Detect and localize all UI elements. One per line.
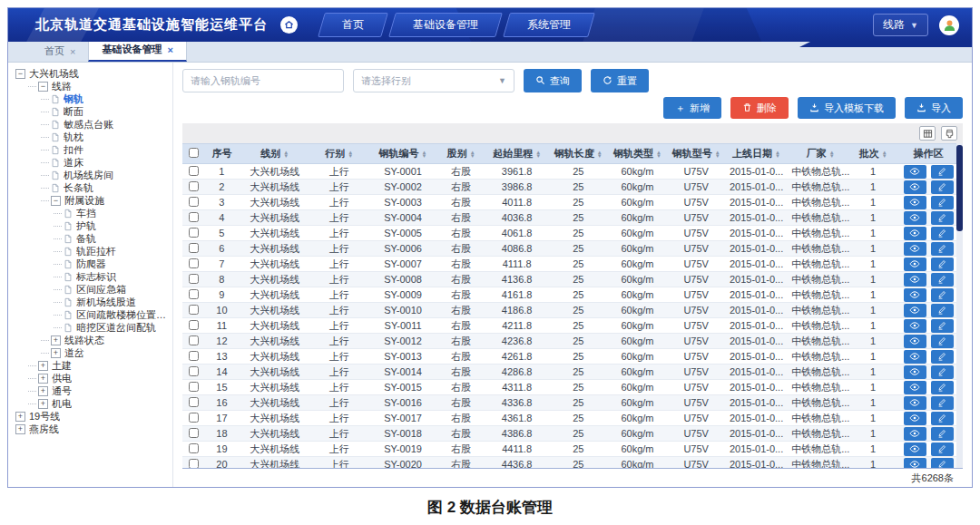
row-checkbox[interactable] (189, 351, 199, 361)
column-header-起始里程[interactable]: 起始里程▲▼ (484, 144, 550, 164)
sidebar-item[interactable]: 敏感点台账 (15, 118, 172, 131)
view-button[interactable] (904, 350, 926, 364)
view-button[interactable] (904, 442, 926, 456)
row-checkbox[interactable] (189, 181, 199, 191)
edit-button[interactable] (931, 427, 954, 441)
sidebar-item[interactable]: +19号线 (15, 410, 172, 423)
view-button[interactable] (904, 258, 926, 271)
view-button[interactable] (904, 427, 926, 441)
view-button[interactable] (904, 165, 926, 179)
edit-button[interactable] (931, 196, 954, 209)
row-checkbox[interactable] (189, 258, 199, 268)
home-icon[interactable] (280, 16, 298, 34)
sidebar-item[interactable]: +土建 (15, 359, 172, 372)
row-checkbox[interactable] (189, 197, 199, 207)
nav-item-basic-equipment[interactable]: 基础设备管理 (388, 13, 503, 37)
reset-button[interactable]: 重置 (591, 69, 649, 92)
row-checkbox[interactable] (189, 366, 199, 376)
edit-button[interactable] (931, 458, 954, 469)
sidebar-item[interactable]: 长条轨 (15, 181, 172, 194)
expand-node-icon[interactable]: + (15, 424, 25, 434)
collapse-node-icon[interactable]: − (51, 196, 61, 206)
row-checkbox[interactable] (189, 413, 199, 423)
edit-button[interactable] (931, 365, 954, 379)
row-checkbox[interactable] (189, 320, 199, 330)
row-checkbox[interactable] (189, 397, 199, 407)
sidebar-item[interactable]: +机电 (15, 397, 172, 410)
sort-icon[interactable]: ▲▼ (470, 151, 475, 158)
sort-icon[interactable]: ▲▼ (656, 151, 662, 158)
sidebar-item[interactable]: +通号 (15, 384, 172, 397)
expand-node-icon[interactable]: + (38, 374, 48, 384)
edit-button[interactable] (931, 335, 954, 348)
view-button[interactable] (904, 335, 926, 348)
row-checkbox[interactable] (189, 228, 199, 238)
view-button[interactable] (904, 458, 926, 469)
sidebar-item[interactable]: −大兴机场线 (15, 67, 172, 80)
sort-icon[interactable]: ▲▼ (829, 151, 835, 158)
sidebar-item[interactable]: +供电 (15, 372, 172, 384)
view-button[interactable] (904, 227, 926, 240)
line-selector-dropdown[interactable]: 线路 ▼ (873, 14, 928, 36)
sidebar-item[interactable]: 新机场线股道 (15, 296, 172, 308)
edit-button[interactable] (931, 165, 954, 179)
sort-icon[interactable]: ▲▼ (535, 151, 541, 158)
track-direction-select[interactable]: 请选择行别 ▼ (353, 69, 514, 92)
view-button[interactable] (904, 180, 926, 194)
expand-node-icon[interactable]: + (38, 386, 48, 396)
sidebar-item[interactable]: 轨枕 (15, 131, 172, 143)
row-checkbox[interactable] (189, 459, 199, 469)
sidebar-item[interactable]: 标志标识 (15, 270, 172, 283)
row-checkbox[interactable] (189, 212, 199, 222)
sort-icon[interactable]: ▲▼ (348, 151, 353, 158)
select-all-checkbox[interactable] (189, 148, 199, 158)
edit-button[interactable] (931, 350, 954, 364)
delete-button[interactable]: 删除 (730, 97, 789, 119)
view-button[interactable] (904, 196, 926, 209)
expand-node-icon[interactable]: + (38, 361, 48, 371)
edit-button[interactable] (931, 273, 954, 287)
import-button[interactable]: 导入 (905, 97, 963, 119)
expand-node-icon[interactable]: + (51, 348, 61, 358)
sidebar-item[interactable]: 备轨 (15, 232, 172, 245)
vertical-scrollbar-track[interactable] (956, 143, 963, 468)
view-button[interactable] (904, 288, 926, 302)
sidebar-item[interactable]: 轨距拉杆 (15, 245, 172, 258)
edit-button[interactable] (931, 258, 954, 271)
sidebar-item[interactable]: 车挡 (15, 207, 172, 219)
column-header-钢轨长度[interactable]: 钢轨长度▲▼ (550, 144, 606, 164)
edit-button[interactable] (931, 442, 954, 456)
column-header-批次[interactable]: 批次▲▼ (852, 144, 894, 164)
row-checkbox[interactable] (189, 274, 199, 284)
sort-icon[interactable]: ▲▼ (422, 151, 427, 158)
edit-button[interactable] (931, 319, 954, 333)
close-icon[interactable]: × (70, 46, 75, 57)
column-header-股别[interactable]: 股别▲▼ (439, 144, 484, 164)
view-button[interactable] (904, 304, 926, 317)
view-button[interactable] (904, 412, 926, 425)
row-checkbox[interactable] (189, 243, 199, 253)
sidebar-item[interactable]: −线路 (15, 80, 172, 92)
view-button[interactable] (904, 211, 926, 225)
column-header-钢轨编号[interactable]: 钢轨编号▲▼ (367, 144, 438, 164)
sort-icon[interactable]: ▲▼ (283, 151, 289, 158)
column-header-行别[interactable]: 行别▲▼ (311, 144, 367, 164)
collapse-node-icon[interactable]: − (15, 69, 25, 79)
view-button[interactable] (904, 365, 926, 379)
edit-button[interactable] (931, 396, 954, 410)
sort-icon[interactable]: ▲▼ (882, 151, 887, 158)
nav-item-home[interactable]: 首页 (318, 13, 388, 37)
add-button[interactable]: ＋ 新增 (663, 97, 721, 119)
edit-button[interactable] (931, 412, 954, 425)
import-template-download-button[interactable]: 导入模板下载 (798, 97, 896, 119)
row-checkbox[interactable] (189, 305, 199, 315)
view-button[interactable] (904, 242, 926, 256)
edit-button[interactable] (931, 381, 954, 394)
sort-icon[interactable]: ▲▼ (715, 151, 720, 158)
expand-node-icon[interactable]: + (38, 399, 48, 409)
print-icon[interactable] (941, 126, 957, 141)
sidebar-item[interactable]: 道床 (15, 156, 172, 169)
column-header-钢轨类型[interactable]: 钢轨类型▲▼ (606, 144, 668, 164)
row-checkbox[interactable] (189, 428, 199, 438)
sidebar-item[interactable]: 机场线房间 (15, 169, 172, 181)
